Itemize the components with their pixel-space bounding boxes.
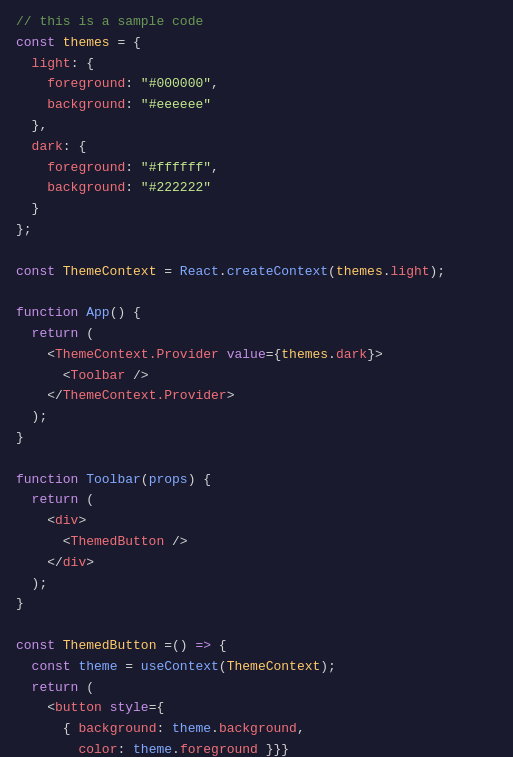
code-token: < bbox=[16, 698, 55, 719]
code-jsx-tag: ThemeContext.Provider bbox=[55, 345, 219, 366]
code-token: . bbox=[172, 740, 180, 757]
code-jsx-tag: div bbox=[55, 511, 78, 532]
code-line: light: { bbox=[16, 54, 497, 75]
code-property: light bbox=[391, 262, 430, 283]
code-token: < bbox=[16, 366, 71, 387]
code-property: dark bbox=[32, 137, 63, 158]
code-token: = bbox=[156, 262, 179, 283]
code-param: props bbox=[149, 470, 188, 491]
code-property: background bbox=[78, 719, 156, 740]
code-line: dark: { bbox=[16, 137, 497, 158]
code-line: <div> bbox=[16, 511, 497, 532]
code-token: /> bbox=[164, 532, 187, 553]
code-line: } bbox=[16, 199, 497, 220]
code-jsx-attr: value bbox=[227, 345, 266, 366]
code-token: , bbox=[211, 158, 219, 179]
code-token: ( bbox=[86, 324, 94, 345]
code-jsx-tag: ThemeContext.Provider bbox=[63, 386, 227, 407]
code-keyword: => bbox=[195, 636, 211, 657]
code-string: "#eeeeee" bbox=[141, 95, 211, 116]
code-token bbox=[16, 657, 32, 678]
code-jsx-tag: div bbox=[63, 553, 86, 574]
code-token: : bbox=[125, 178, 141, 199]
code-token: ( bbox=[328, 262, 336, 283]
code-token: </ bbox=[16, 553, 63, 574]
code-property: background bbox=[47, 95, 125, 116]
code-token bbox=[16, 345, 47, 366]
code-function: useContext bbox=[141, 657, 219, 678]
code-token: . bbox=[328, 345, 336, 366]
code-token: > bbox=[78, 511, 86, 532]
code-token: < bbox=[47, 345, 55, 366]
code-token bbox=[16, 678, 32, 699]
code-token: } bbox=[16, 594, 24, 615]
code-keyword: return bbox=[32, 678, 87, 699]
code-keyword: const bbox=[32, 657, 79, 678]
code-token: }, bbox=[16, 116, 47, 137]
code-line: return ( bbox=[16, 678, 497, 699]
code-token: ={ bbox=[266, 345, 282, 366]
code-token: themes bbox=[63, 33, 110, 54]
code-line: background: "#222222" bbox=[16, 178, 497, 199]
code-token: }} bbox=[258, 740, 281, 757]
code-token bbox=[16, 95, 47, 116]
code-line bbox=[16, 241, 497, 262]
code-line: }; bbox=[16, 220, 497, 241]
code-string: "#000000" bbox=[141, 74, 211, 95]
code-line: } bbox=[16, 428, 497, 449]
code-line: background: "#eeeeee" bbox=[16, 95, 497, 116]
code-token bbox=[16, 178, 47, 199]
code-line bbox=[16, 282, 497, 303]
code-token: ( bbox=[141, 470, 149, 491]
code-token: : bbox=[125, 95, 141, 116]
code-token: ={ bbox=[149, 698, 165, 719]
code-token: . bbox=[219, 262, 227, 283]
code-line: function App() { bbox=[16, 303, 497, 324]
code-token: } bbox=[16, 199, 39, 220]
code-line: const themes = { bbox=[16, 33, 497, 54]
code-property: dark bbox=[336, 345, 367, 366]
code-token: }; bbox=[16, 220, 32, 241]
code-token bbox=[16, 490, 32, 511]
code-token: : bbox=[117, 740, 133, 757]
code-token bbox=[16, 74, 47, 95]
code-token: : bbox=[156, 719, 172, 740]
code-token: =() bbox=[156, 636, 195, 657]
code-line: const ThemedButton =() => { bbox=[16, 636, 497, 657]
code-line: { background: theme.background, bbox=[16, 719, 497, 740]
code-line bbox=[16, 449, 497, 470]
code-token: } bbox=[281, 740, 289, 757]
code-token: themes bbox=[281, 345, 328, 366]
code-keyword: const bbox=[16, 636, 63, 657]
code-token bbox=[102, 698, 110, 719]
code-token: React bbox=[180, 262, 219, 283]
code-line: <button style={ bbox=[16, 698, 497, 719]
code-token: ); bbox=[16, 407, 47, 428]
code-token: = { bbox=[110, 33, 141, 54]
code-token: ); bbox=[16, 574, 47, 595]
code-property: color bbox=[78, 740, 117, 757]
code-line: color: theme.foreground }}} bbox=[16, 740, 497, 757]
code-keyword: return bbox=[32, 324, 87, 345]
code-var: theme bbox=[172, 719, 211, 740]
code-property: light bbox=[32, 54, 71, 75]
code-token: > bbox=[86, 553, 94, 574]
code-line: const ThemeContext = React.createContext… bbox=[16, 262, 497, 283]
code-line: <ThemedButton /> bbox=[16, 532, 497, 553]
code-token: }> bbox=[367, 345, 383, 366]
code-token bbox=[16, 54, 32, 75]
code-line: foreground: "#000000", bbox=[16, 74, 497, 95]
code-line: ); bbox=[16, 574, 497, 595]
code-line: <ThemeContext.Provider value={themes.dar… bbox=[16, 345, 497, 366]
code-jsx-tag: Toolbar bbox=[71, 366, 126, 387]
code-var: theme bbox=[78, 657, 117, 678]
code-line: // this is a sample code bbox=[16, 12, 497, 33]
code-line: function Toolbar(props) { bbox=[16, 470, 497, 491]
code-token: { bbox=[16, 719, 78, 740]
code-token: { bbox=[211, 636, 227, 657]
code-property: foreground bbox=[180, 740, 258, 757]
code-token bbox=[16, 158, 47, 179]
code-token: , bbox=[297, 719, 305, 740]
code-token: < bbox=[16, 532, 71, 553]
code-jsx-tag: button bbox=[55, 698, 102, 719]
